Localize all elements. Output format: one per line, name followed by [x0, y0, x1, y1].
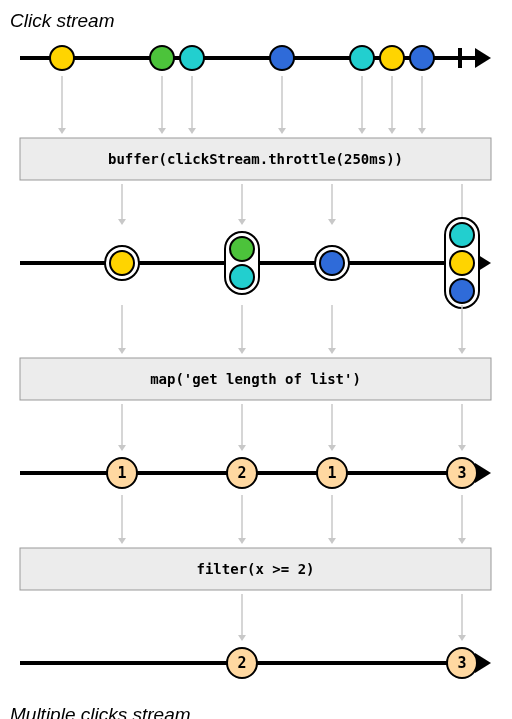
svg-marker-48	[118, 348, 126, 354]
marble-diagram: buffer(clickStream.throttle(250ms))map('…	[10, 38, 502, 698]
svg-marker-21	[388, 128, 396, 134]
svg-marker-82	[458, 538, 466, 544]
svg-marker-57	[118, 445, 126, 451]
svg-point-40	[230, 265, 254, 289]
svg-marker-11	[58, 128, 66, 134]
svg-point-8	[380, 46, 404, 70]
svg-marker-15	[188, 128, 196, 134]
svg-marker-17	[278, 128, 286, 134]
svg-marker-87	[458, 635, 466, 641]
svg-marker-61	[328, 445, 336, 451]
svg-point-46	[450, 279, 474, 303]
svg-text:2: 2	[237, 464, 246, 482]
svg-marker-50	[238, 348, 246, 354]
svg-point-39	[230, 237, 254, 261]
svg-point-5	[180, 46, 204, 70]
svg-text:2: 2	[237, 654, 246, 672]
svg-marker-63	[458, 445, 466, 451]
svg-text:3: 3	[457, 654, 466, 672]
svg-point-9	[410, 46, 434, 70]
svg-marker-13	[158, 128, 166, 134]
svg-point-6	[270, 46, 294, 70]
svg-marker-2	[475, 48, 491, 68]
svg-point-7	[350, 46, 374, 70]
svg-point-3	[50, 46, 74, 70]
svg-marker-19	[358, 128, 366, 134]
svg-marker-54	[458, 348, 466, 354]
title-bottom: Multiple clicks stream	[10, 704, 502, 719]
svg-point-44	[450, 223, 474, 247]
svg-text:1: 1	[117, 464, 126, 482]
svg-marker-26	[118, 219, 126, 225]
svg-marker-85	[238, 635, 246, 641]
svg-marker-30	[328, 219, 336, 225]
svg-marker-76	[118, 538, 126, 544]
svg-marker-78	[238, 538, 246, 544]
svg-text:1: 1	[327, 464, 336, 482]
title-top: Click stream	[10, 10, 502, 32]
svg-point-42	[320, 251, 344, 275]
svg-marker-52	[328, 348, 336, 354]
svg-text:map('get length of list'): map('get length of list')	[150, 371, 361, 387]
svg-point-37	[110, 251, 134, 275]
svg-text:filter(x >= 2): filter(x >= 2)	[196, 561, 314, 577]
svg-point-4	[150, 46, 174, 70]
svg-marker-28	[238, 219, 246, 225]
svg-text:buffer(clickStream.throttle(25: buffer(clickStream.throttle(250ms))	[108, 151, 403, 167]
svg-point-45	[450, 251, 474, 275]
svg-marker-80	[328, 538, 336, 544]
svg-marker-23	[418, 128, 426, 134]
svg-text:3: 3	[457, 464, 466, 482]
svg-marker-59	[238, 445, 246, 451]
